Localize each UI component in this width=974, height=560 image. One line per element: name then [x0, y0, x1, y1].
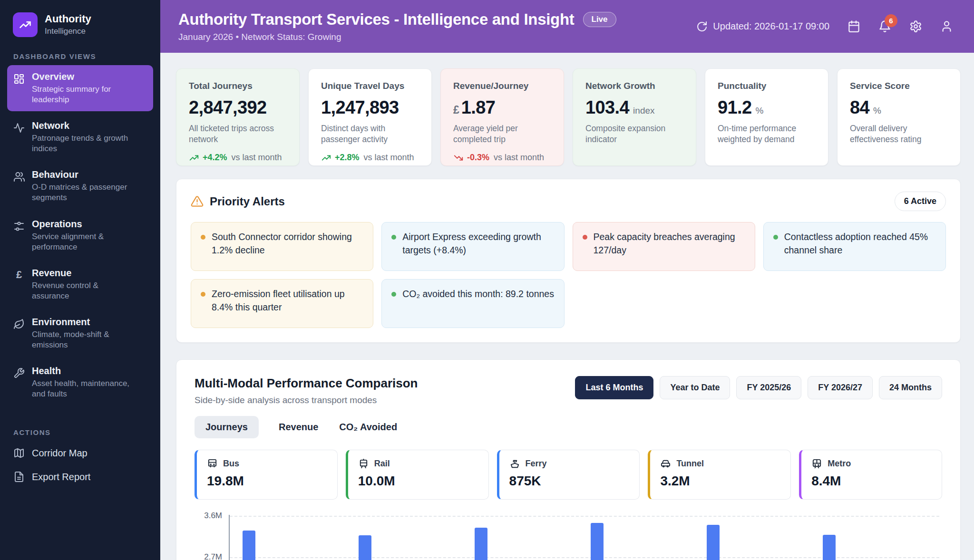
alert-text: South Connector corridor showing 1.2% de…: [212, 231, 363, 257]
mode-summary-row: Bus 19.8M Rail 10.0M: [195, 450, 942, 500]
kpi-desc: On-time performance weighted by demand: [718, 123, 816, 145]
y-axis-tick: 3.6M: [195, 511, 222, 521]
alerts-active-count-badge: 6 Active: [895, 192, 946, 211]
car-icon: [660, 458, 671, 469]
sidebar-item-desc: Strategic summary for leadership: [32, 84, 131, 105]
alert-text: CO₂ avoided this month: 89.2 tonnes: [402, 288, 554, 301]
chart-bar: [243, 531, 255, 560]
kpi-delta: -0.3%: [453, 153, 489, 163]
trending-down-icon: [453, 153, 464, 163]
tab-revenue[interactable]: Revenue: [278, 416, 319, 438]
kpi-unit: %: [756, 106, 764, 116]
priority-alerts-panel: Priority Alerts 6 Active South Connector…: [176, 179, 961, 343]
sidebar-action-export-report[interactable]: Export Report: [7, 465, 153, 489]
sidebar-item-title: Behaviour: [32, 169, 131, 180]
kpi-card-punctuality: Punctuality 91.2 % On-time performance w…: [705, 68, 828, 166]
metro-train-icon: [811, 458, 822, 469]
kpi-title: Revenue/Journey: [453, 81, 551, 91]
kpi-title: Total Journeys: [189, 81, 287, 91]
sidebar-item-operations[interactable]: Operations Service alignment & performan…: [7, 212, 153, 259]
alert-severity-dot: [391, 292, 396, 297]
activity-icon: [13, 122, 25, 134]
page-subtitle: January 2026 • Network Status: Growing: [178, 32, 616, 42]
mode-name: Rail: [374, 459, 390, 469]
tram-icon: [358, 458, 369, 469]
kpi-desc: Average yield per completed trip: [453, 123, 551, 145]
mode-value: 8.4M: [811, 473, 932, 489]
sidebar-action-corridor-map[interactable]: Corridor Map: [7, 441, 153, 465]
alert-severity-dot: [773, 235, 778, 240]
multimodal-title: Multi-Modal Performance Comparison: [195, 376, 418, 391]
sidebar-item-title: Network: [32, 120, 131, 131]
kpi-delta-suffix: vs last month: [494, 153, 544, 163]
alert-item: CO₂ avoided this month: 89.2 tonnes: [381, 279, 564, 328]
mode-name: Metro: [828, 459, 851, 469]
kpi-desc: Composite expansion indicator: [585, 123, 683, 145]
live-status-badge: Live: [583, 12, 616, 27]
y-axis-line: [229, 515, 230, 560]
alert-severity-dot: [201, 292, 205, 297]
trending-up-icon: [321, 153, 331, 163]
alerts-grid: South Connector corridor showing 1.2% de…: [191, 222, 946, 328]
alert-severity-dot: [391, 235, 396, 240]
sidebar-item-behaviour[interactable]: Behaviour O-D matrices & passenger segme…: [7, 163, 153, 209]
sidebar-item-overview[interactable]: Overview Strategic summary for leadershi…: [7, 65, 153, 111]
multimodal-panel: Multi-Modal Performance Comparison Side-…: [176, 359, 961, 560]
sidebar-item-desc: Climate, mode-shift & emissions: [32, 329, 131, 350]
map-icon: [13, 447, 25, 459]
settings-gear-icon[interactable]: [909, 20, 922, 33]
alert-item: Contactless adoption reached 45% channel…: [763, 222, 946, 271]
range-button-24-months[interactable]: 24 Months: [879, 376, 942, 399]
alert-item: Airport Express exceeding growth targets…: [381, 222, 564, 271]
sidebar-item-title: Overview: [32, 71, 131, 82]
warning-triangle-icon: [191, 195, 204, 208]
chart-bar: [591, 523, 604, 560]
metric-tabs: Journeys Revenue CO₂ Avoided: [195, 416, 942, 438]
alert-text: Contactless adoption reached 45% channel…: [784, 231, 936, 257]
kpi-card-total-journeys: Total Journeys 2,847,392 All ticketed tr…: [176, 68, 300, 166]
sidebar-item-desc: Revenue control & assurance: [32, 280, 131, 301]
chart-bar: [823, 535, 836, 560]
alert-item: Zero-emission fleet utilisation up 8.4% …: [191, 279, 373, 328]
kpi-row: Total Journeys 2,847,392 All ticketed tr…: [176, 68, 961, 166]
alert-text: Zero-emission fleet utilisation up 8.4% …: [212, 288, 363, 314]
kpi-delta: +4.2%: [189, 153, 227, 163]
calendar-icon[interactable]: [847, 20, 860, 33]
sidebar-item-revenue[interactable]: £ Revenue Revenue control & assurance: [7, 261, 153, 308]
alert-text: Peak capacity breaches averaging 127/day: [594, 231, 745, 257]
sidebar-item-title: Environment: [32, 317, 131, 328]
kpi-desc: All ticketed trips across network: [189, 123, 287, 145]
tab-co2-avoided[interactable]: CO₂ Avoided: [338, 416, 398, 438]
sidebar-section-actions: ACTIONS: [7, 425, 153, 441]
kpi-value: 84: [850, 97, 869, 118]
mode-value: 3.2M: [660, 473, 780, 489]
kpi-value: 1,247,893: [321, 97, 399, 118]
mode-card-rail: Rail 10.0M: [346, 450, 489, 500]
sidebar-item-environment[interactable]: Environment Climate, mode-shift & emissi…: [7, 310, 153, 357]
range-button-fy-2026-27[interactable]: FY 2026/27: [808, 376, 873, 399]
range-button-year-to-date[interactable]: Year to Date: [660, 376, 730, 399]
user-profile-icon[interactable]: [940, 20, 953, 33]
pound-sterling-icon: £: [13, 270, 25, 280]
page-title: Authority Transport Services - Intellige…: [178, 10, 575, 29]
gridline-3-6m: [230, 516, 939, 517]
alert-item: Peak capacity breaches averaging 127/day: [573, 222, 755, 271]
range-button-fy-2025-26[interactable]: FY 2025/26: [736, 376, 801, 399]
dashboard-grid-icon: [13, 73, 25, 85]
mode-value: 10.0M: [358, 473, 478, 489]
mode-card-metro: Metro 8.4M: [799, 450, 942, 500]
alert-item: South Connector corridor showing 1.2% de…: [191, 222, 373, 271]
sidebar-action-label: Export Report: [32, 472, 90, 483]
range-button-last-6-months[interactable]: Last 6 Months: [575, 376, 653, 399]
refresh-icon[interactable]: [696, 21, 708, 32]
kpi-unit: %: [873, 106, 881, 116]
sidebar-item-network[interactable]: Network Patronage trends & growth indice…: [7, 114, 153, 160]
kpi-delta: +2.8%: [321, 153, 360, 163]
kpi-title: Network Growth: [585, 81, 683, 91]
sidebar-item-desc: Patronage trends & growth indices: [32, 133, 131, 154]
tab-journeys[interactable]: Journeys: [195, 416, 259, 438]
sidebar-item-health[interactable]: Health Asset health, maintenance, and fa…: [7, 359, 153, 406]
last-updated-text: Updated: 2026-01-17 09:00: [713, 21, 829, 32]
mode-value: 19.8M: [207, 473, 327, 489]
notifications-bell-icon[interactable]: 6: [878, 20, 891, 33]
